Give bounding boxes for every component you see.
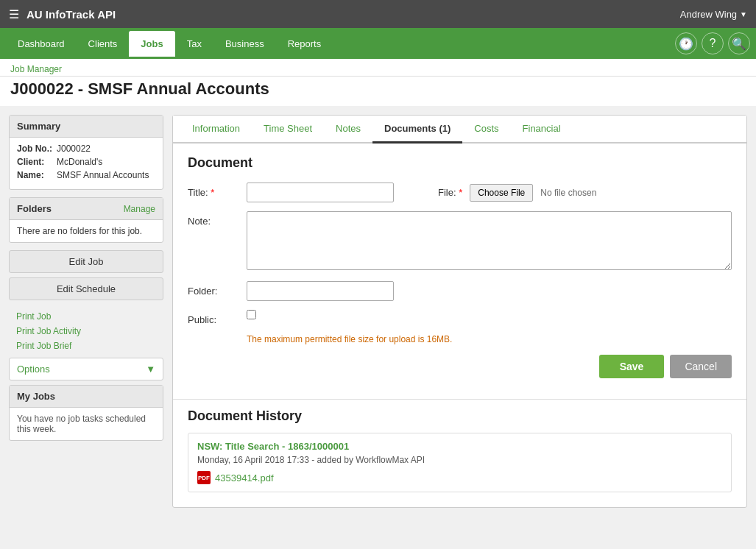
name-label: Name: [17,170,54,180]
summary-section: Summary Job No.: J000022 Client: McDonal… [9,115,163,190]
job-no-row: Job No.: J000022 [17,144,155,154]
history-meta: Monday, 16 April 2018 17:33 - added by W… [197,455,722,465]
user-menu[interactable]: Andrew Wing ▼ [680,9,747,20]
nav-bar: Dashboard Clients Jobs Tax Business Repo… [0,28,756,59]
folders-header: Folders Manage [10,198,163,220]
summary-header: Summary [10,116,163,138]
sidebar: Summary Job No.: J000022 Client: McDonal… [9,115,163,448]
edit-job-button[interactable]: Edit Job [9,250,163,273]
file-label: File: * [438,187,462,198]
cancel-button[interactable]: Cancel [670,355,732,378]
sidebar-links: Print Job Print Job Activity Print Job B… [9,305,163,358]
choose-file-button[interactable]: Choose File [470,184,533,202]
job-no-label: Job No.: [17,144,54,154]
document-history: Document History NSW: Title Search - 186… [173,408,746,507]
folder-row: Folder: [188,281,732,301]
nav-right-icons: 🕐 ? 🔍 [675,32,750,54]
summary-header-label: Summary [17,121,60,132]
public-field [247,310,732,322]
history-file-link[interactable]: 43539414.pdf [215,472,274,484]
tab-costs[interactable]: Costs [462,116,510,144]
history-title-link[interactable]: NSW: Title Search - 1863/1000001 [197,441,349,452]
title-file-row: Title: * File: * Choose File No file cho… [188,183,732,202]
hamburger-icon[interactable]: ☰ [9,7,19,21]
divider [173,399,746,400]
document-form-heading: Document [188,155,732,171]
app-title: AU InfoTrack API [27,8,680,21]
nav-item-jobs[interactable]: Jobs [129,31,174,57]
note-textarea[interactable] [247,211,732,270]
my-jobs-header-label: My Jobs [17,391,55,402]
job-no-value: J000022 [57,144,91,154]
edit-schedule-button[interactable]: Edit Schedule [9,277,163,300]
save-button[interactable]: Save [599,355,665,378]
title-label: Title: * [188,183,247,198]
name-row: Name: SMSF Annual Accounts [17,170,155,180]
content-panel: Information Time Sheet Notes Documents (… [172,115,747,508]
nav-item-dashboard[interactable]: Dashboard [6,31,77,57]
nav-item-tax[interactable]: Tax [175,31,213,57]
document-form: Document Title: * File: * Choose File [173,144,746,390]
my-jobs-header: My Jobs [10,386,163,408]
my-jobs-section: My Jobs You have no job tasks scheduled … [9,385,163,441]
nav-item-clients[interactable]: Clients [77,31,130,57]
tab-timesheet[interactable]: Time Sheet [252,116,324,144]
note-field [247,211,732,272]
file-required-marker: * [459,187,462,198]
public-label: Public: [188,310,247,325]
tab-financial[interactable]: Financial [511,116,573,144]
nav-item-business[interactable]: Business [213,31,276,57]
file-chooser-row: File: * Choose File No file chosen [438,184,596,202]
name-value: SMSF Annual Accounts [57,170,149,180]
folder-label: Folder: [188,281,247,297]
clock-icon[interactable]: 🕐 [675,32,697,54]
tab-notes[interactable]: Notes [324,116,372,144]
search-icon[interactable]: 🔍 [728,32,750,54]
summary-body: Job No.: J000022 Client: McDonald's Name… [10,138,163,189]
folder-input[interactable] [247,281,394,301]
page-title: J000022 - SMSF Annual Accounts [0,77,756,106]
my-jobs-body: You have no job tasks scheduled this wee… [10,408,163,440]
main-layout: Summary Job No.: J000022 Client: McDonal… [0,106,756,517]
options-label: Options [17,364,50,375]
tabs: Information Time Sheet Notes Documents (… [173,116,746,144]
history-item: NSW: Title Search - 1863/1000001 Monday,… [188,433,732,492]
form-actions: Save Cancel [188,355,732,378]
user-arrow-icon: ▼ [740,10,747,18]
public-checkbox[interactable] [247,310,256,319]
user-name: Andrew Wing [680,9,737,20]
options-arrow-icon: ▼ [146,364,155,375]
client-value: McDonald's [57,157,102,167]
print-job-activity-link[interactable]: Print Job Activity [16,324,156,339]
print-job-brief-link[interactable]: Print Job Brief [16,339,156,353]
folder-field [247,281,732,301]
folders-header-label: Folders [17,203,52,214]
title-required-marker: * [211,187,214,198]
document-history-heading: Document History [188,408,732,424]
folders-body: There are no folders for this job. [10,220,163,242]
print-job-link[interactable]: Print Job [16,309,156,324]
history-file-row: PDF 43539414.pdf [197,471,722,484]
client-label: Client: [17,157,54,167]
help-icon[interactable]: ? [702,32,724,54]
no-file-text: No file chosen [540,188,596,198]
my-jobs-text: You have no job tasks scheduled this wee… [17,414,146,434]
folders-section: Folders Manage There are no folders for … [9,197,163,243]
public-row: Public: [188,310,732,325]
options-button[interactable]: Options ▼ [9,358,163,380]
breadcrumb-link[interactable]: Job Manager [10,64,62,74]
tab-information[interactable]: Information [180,116,252,144]
pdf-icon: PDF [197,471,211,484]
breadcrumb-bar: Job Manager [0,59,756,77]
client-row: Client: McDonald's [17,157,155,167]
tab-documents[interactable]: Documents (1) [372,116,462,144]
nav-item-reports[interactable]: Reports [276,31,333,57]
no-folders-text: There are no folders for this job. [17,226,142,236]
title-input[interactable] [247,183,394,202]
file-size-note: The maximum permitted file size for uplo… [247,334,732,344]
top-bar: ☰ AU InfoTrack API Andrew Wing ▼ [0,0,756,28]
note-label: Note: [188,211,247,227]
manage-link[interactable]: Manage [124,204,155,214]
note-row: Note: [188,211,732,272]
